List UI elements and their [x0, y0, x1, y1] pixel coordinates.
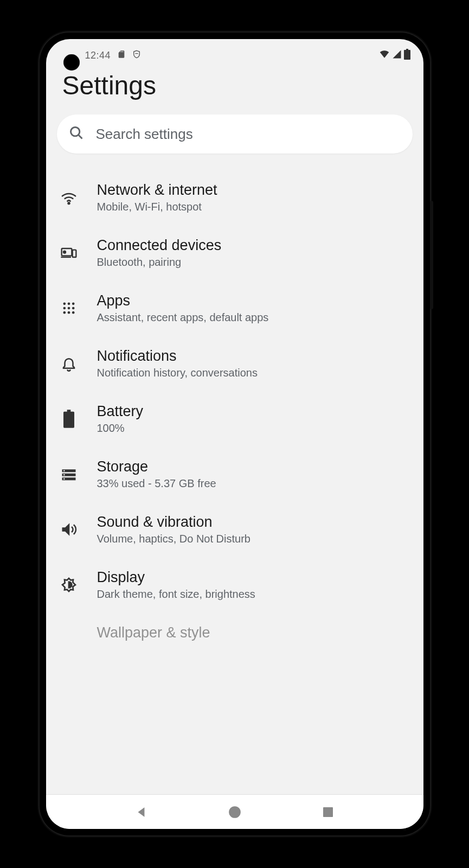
- phone-frame: 12:44 Settings: [40, 33, 430, 835]
- settings-item-connected-devices[interactable]: Connected devices Bluetooth, pairing: [57, 225, 413, 280]
- svg-point-7: [63, 303, 66, 305]
- settings-item-display[interactable]: Display Dark theme, font size, brightnes…: [57, 557, 413, 612]
- svg-point-19: [63, 470, 65, 472]
- camera-cutout: [63, 54, 80, 71]
- item-title: Notifications: [97, 348, 258, 365]
- item-subtitle: 100%: [97, 422, 144, 435]
- item-subtitle: Bluetooth, pairing: [97, 256, 222, 269]
- svg-point-9: [72, 303, 74, 305]
- wifi-status-icon: [379, 49, 390, 62]
- battery-status-icon: [404, 49, 410, 62]
- item-title: Connected devices: [97, 237, 222, 254]
- settings-item-apps[interactable]: Apps Assistant, recent apps, default app…: [57, 280, 413, 336]
- recents-button[interactable]: [317, 801, 339, 823]
- item-subtitle: Volume, haptics, Do Not Disturb: [97, 533, 250, 545]
- item-title: Storage: [97, 458, 216, 475]
- status-bar: 12:44: [46, 43, 423, 67]
- svg-point-2: [68, 202, 69, 204]
- sd-card-icon: [117, 49, 126, 62]
- svg-line-1: [78, 135, 82, 139]
- settings-item-wallpaper[interactable]: Wallpaper & style: [57, 612, 413, 653]
- status-time: 12:44: [85, 50, 111, 61]
- search-icon: [69, 125, 84, 143]
- item-title: Battery: [97, 403, 144, 420]
- svg-point-21: [63, 478, 65, 480]
- side-button: [430, 201, 433, 309]
- wifi-icon: [57, 189, 81, 206]
- settings-item-battery[interactable]: Battery 100%: [57, 391, 413, 446]
- item-subtitle: Assistant, recent apps, default apps: [97, 311, 269, 324]
- settings-item-sound[interactable]: Sound & vibration Volume, haptics, Do No…: [57, 502, 413, 557]
- svg-point-15: [72, 311, 74, 314]
- page-title: Settings: [46, 67, 423, 114]
- signal-icon: [392, 49, 402, 62]
- brightness-icon: [57, 576, 81, 593]
- item-subtitle: 33% used - 5.37 GB free: [97, 477, 216, 490]
- bell-icon: [57, 355, 81, 372]
- svg-point-11: [67, 307, 70, 310]
- svg-rect-23: [323, 807, 333, 817]
- nav-bar: [46, 794, 423, 829]
- item-title: Apps: [97, 292, 269, 309]
- settings-item-storage[interactable]: Storage 33% used - 5.37 GB free: [57, 446, 413, 502]
- svg-point-13: [63, 311, 66, 314]
- battery-icon: [57, 410, 81, 428]
- shield-icon: [132, 49, 141, 62]
- back-button[interactable]: [131, 801, 152, 823]
- svg-point-10: [63, 307, 66, 310]
- status-bar-right: [379, 49, 410, 62]
- svg-point-22: [229, 806, 241, 818]
- item-subtitle: Notification history, conversations: [97, 367, 258, 379]
- storage-icon: [57, 466, 81, 482]
- svg-point-14: [67, 311, 70, 314]
- item-subtitle: Dark theme, font size, brightness: [97, 588, 255, 601]
- svg-point-0: [70, 127, 79, 136]
- item-title: Display: [97, 569, 255, 586]
- svg-point-20: [63, 474, 65, 476]
- apps-grid-icon: [57, 301, 81, 316]
- status-bar-left: 12:44: [85, 49, 142, 62]
- item-subtitle: Mobile, Wi-Fi, hotspot: [97, 201, 217, 213]
- devices-icon: [57, 244, 81, 261]
- settings-item-network[interactable]: Network & internet Mobile, Wi-Fi, hotspo…: [57, 170, 413, 225]
- settings-list[interactable]: Network & internet Mobile, Wi-Fi, hotspo…: [46, 170, 423, 794]
- svg-point-8: [67, 303, 70, 305]
- search-bar[interactable]: Search settings: [57, 114, 413, 154]
- search-placeholder: Search settings: [96, 126, 193, 143]
- home-button[interactable]: [224, 801, 246, 823]
- settings-item-notifications[interactable]: Notifications Notification history, conv…: [57, 336, 413, 391]
- sound-icon: [57, 521, 81, 538]
- phone-screen: 12:44 Settings: [46, 39, 423, 829]
- svg-point-12: [72, 307, 74, 310]
- item-title: Wallpaper & style: [97, 624, 210, 641]
- item-title: Sound & vibration: [97, 514, 250, 531]
- svg-rect-4: [72, 250, 76, 257]
- svg-point-6: [63, 251, 66, 253]
- item-title: Network & internet: [97, 182, 217, 199]
